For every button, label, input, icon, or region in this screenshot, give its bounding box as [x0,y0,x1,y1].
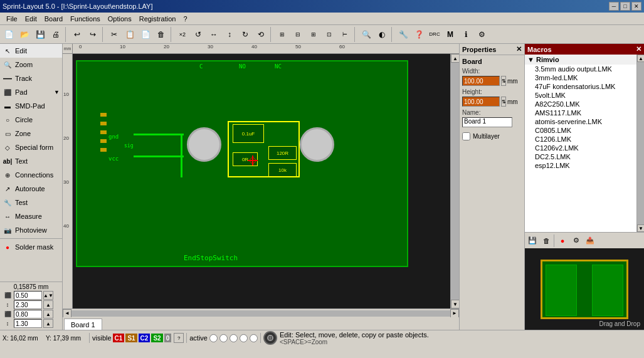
tool-photoview[interactable]: 📷 Photoview [0,223,62,237]
tb-new[interactable]: 📄 [1,27,16,42]
macro-item-10[interactable]: DC2.5.LMK [525,152,636,161]
props-height-input[interactable]: 100.00 [462,97,500,107]
macro-item-8[interactable]: C1206.LMK [525,135,636,144]
grid-input-3[interactable]: 0.80 [14,310,42,319]
tb-rotate-cw[interactable]: ↻ [238,27,253,42]
props-multilayer-checkbox[interactable] [462,132,470,140]
macro-item-9[interactable]: C1206v2.LMK [525,144,636,152]
menu-help[interactable]: ? [179,14,191,24]
layer-s1[interactable]: S1 [125,334,137,342]
tb-group5[interactable]: ⊢ [337,27,352,42]
props-height-spin[interactable]: ⇅ [501,97,506,107]
tb-m[interactable]: M [443,27,458,42]
macro-item-1[interactable]: 3mm-led.LMK [525,73,636,82]
close-button[interactable]: ✕ [631,2,641,11]
macros-scroll-track[interactable] [637,62,644,224]
macros-close-button[interactable]: ✕ [636,45,641,53]
tool-test[interactable]: 🔧 Test [0,196,62,209]
menu-file[interactable]: File [3,14,21,24]
grid-spin-1[interactable]: ▲▼ [43,291,53,300]
menu-board[interactable]: Board [41,14,66,24]
tb-moon[interactable]: ◐ [374,27,389,42]
active-radio-4[interactable] [240,334,248,342]
tb-redo[interactable]: ↪ [85,27,100,42]
grid-input-4[interactable]: 1.30 [14,319,42,328]
tb-group1[interactable]: ⊞ [275,27,290,42]
menu-functions[interactable]: Functions [66,14,104,24]
macro-item-4[interactable]: A82C250.LMK [525,100,636,108]
scroll-up-button[interactable]: ▲ [451,54,459,63]
tb-x2[interactable]: ×2 [175,27,190,42]
tool-pad[interactable]: ⬛ Pad ▼ [0,85,62,99]
tool-zone[interactable]: ▭ Zone [0,127,62,140]
layer-s2[interactable]: S2 [151,334,162,342]
tb-cut[interactable]: ✂ [107,27,122,42]
grid-spin-2[interactable]: ▲ [43,300,53,309]
tab-board1[interactable]: Board 1 [64,319,102,330]
active-radio-1[interactable] [209,334,218,342]
scroll-right-button[interactable]: ► [450,309,459,318]
tb-mirror-v[interactable]: ↕ [222,27,237,42]
scroll-track-h[interactable] [71,310,450,317]
menu-options[interactable]: Options [104,14,135,24]
scroll-down-button[interactable]: ▼ [451,300,459,308]
tool-special[interactable]: ◇ Special form [0,140,62,154]
tool-connections[interactable]: ⊕ Connections [0,168,62,182]
grid-input-2[interactable]: 2.30 [14,300,42,309]
tb-paste[interactable]: 📄 [138,27,153,42]
tb-copy[interactable]: 📋 [122,27,137,42]
layer-0[interactable]: 0 [164,334,172,342]
tb-print[interactable]: 🖨 [48,27,63,42]
macro-item-3[interactable]: 5volt.LMK [525,91,636,100]
pcb-canvas[interactable]: C NO NC EndStopSwitch 0.1uF [73,54,450,308]
macro-item-5[interactable]: AMS1117.LMK [525,108,636,117]
tool-measure[interactable]: ↔ Measure [0,209,62,223]
props-width-spin[interactable]: ⇅ [501,76,506,86]
scroll-left-button[interactable]: ◄ [63,309,71,318]
macros-list[interactable]: ▼ Rimvio 3.5mm audio output.LMK 3mm-led.… [525,55,636,232]
tb-help2[interactable]: ❓ [411,27,426,42]
tb-zoom[interactable]: 🔍 [359,27,374,42]
maximize-button[interactable]: □ [620,2,630,11]
tb-group4[interactable]: ⊡ [322,27,337,42]
tb-mirror-h[interactable]: ↔ [206,27,221,42]
properties-close-button[interactable]: ✕ [516,45,522,53]
scroll-track-v[interactable] [451,63,459,300]
active-radio-2[interactable] [219,334,228,342]
grid-input-1[interactable]: 0.50 [14,291,42,300]
tb-undo[interactable]: ↩ [70,27,85,42]
tb-rotate-ccw[interactable]: ⟲ [253,27,268,42]
macro-save-button[interactable]: 💾 [526,234,539,247]
layer-c2[interactable]: C2 [139,334,150,342]
macro-item-11[interactable]: esp12.LMK [525,161,636,170]
tb-delete[interactable]: 🗑 [154,27,169,42]
tool-autoroute[interactable]: ↗ Autoroute [0,182,62,196]
tb-save[interactable]: 💾 [33,27,48,42]
layer-query-button[interactable]: ? [174,333,184,343]
vertical-scrollbar[interactable]: ▲ ▼ [450,54,459,308]
tool-solder[interactable]: ● Solder mask [0,240,62,254]
tool-track[interactable]: — Track [0,71,62,85]
tool-zoom[interactable]: 🔍 Zoom [0,58,62,71]
grid-spin-4[interactable]: ▲ [43,319,53,328]
active-radio-3[interactable] [230,334,238,342]
tb-group2[interactable]: ⊟ [290,27,305,42]
horizontal-scrollbar[interactable]: ◄ ► [63,308,459,317]
active-radio-5[interactable] [250,334,258,342]
tb-drc[interactable]: DRC [427,27,442,42]
macro-settings-button[interactable]: ⚙ [570,234,583,247]
tb-rotate-left[interactable]: ↺ [191,27,206,42]
macros-scroll-down[interactable]: ▼ [637,224,644,232]
tb-open[interactable]: 📂 [17,27,32,42]
tool-circle[interactable]: ○ Circle [0,113,62,127]
macro-record-button[interactable]: ● [556,234,569,247]
tool-edit[interactable]: ↖ Edit [0,44,62,58]
minimize-button[interactable]: ─ [609,2,619,11]
menu-edit[interactable]: Edit [21,14,41,24]
macro-export-button[interactable]: 📤 [584,234,596,247]
tool-text[interactable]: ab| Text [0,154,62,168]
macro-item-6[interactable]: atomis-serverine.LMK [525,117,636,126]
menu-registration[interactable]: Registration [135,14,180,24]
macro-delete-button[interactable]: 🗑 [540,234,552,247]
macro-item-7[interactable]: C0805.LMK [525,126,636,135]
